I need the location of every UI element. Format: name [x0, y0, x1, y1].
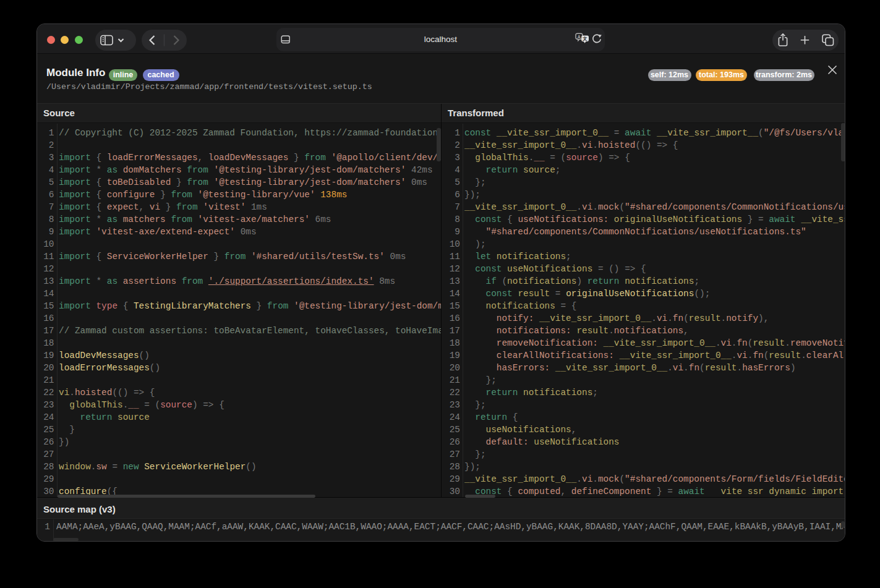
- svg-text:文: 文: [583, 36, 587, 41]
- svg-text:A: A: [578, 35, 581, 39]
